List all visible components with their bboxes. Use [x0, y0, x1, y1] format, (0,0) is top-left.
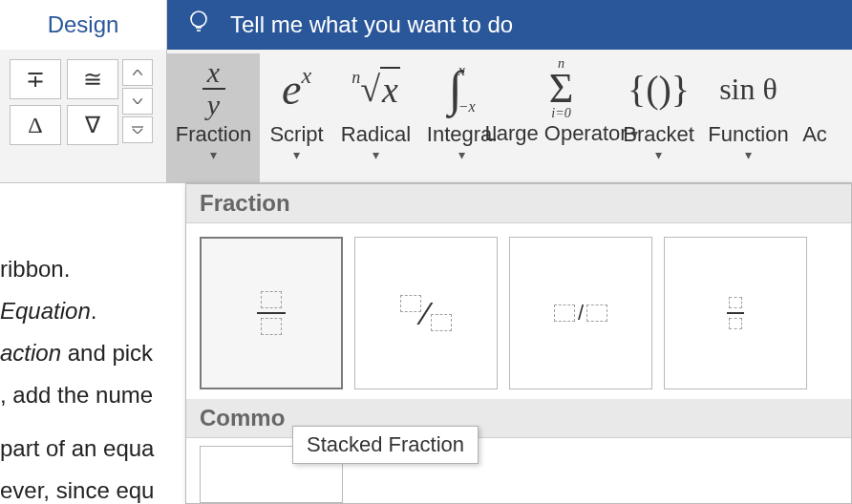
document-body-text: ribbon. Equation. action and pick , add … — [0, 248, 191, 504]
integral-icon: ∫ x −x — [448, 55, 475, 122]
bracket-label: Bracket — [623, 122, 694, 147]
dropdown-caret-icon: ▾ — [210, 147, 217, 162]
lightbulb-icon — [188, 9, 211, 41]
large-operator-button[interactable]: n Σ i=0 Large Operator ▾ — [505, 53, 617, 182]
structures-group: x y Fraction ▾ ex Script ▾ n√x Radical ▾ — [167, 50, 852, 182]
radical-button[interactable]: n√x Radical ▾ — [333, 53, 418, 182]
accent-button-partial[interactable]: Ac — [797, 53, 833, 182]
symbol-minus-plus[interactable]: ∓ — [10, 59, 61, 99]
symbols-group: ∓ ≅ Δ ∇ — [0, 50, 167, 182]
gallery-header-common: Commo — [186, 399, 851, 438]
function-label: Function — [708, 122, 788, 147]
fraction-option-linear[interactable]: / — [509, 237, 652, 389]
ribbon-content: ∓ ≅ Δ ∇ x y — [0, 50, 852, 183]
function-button[interactable]: sin θ Function ▾ — [700, 53, 797, 182]
ribbon-tabbar: Design Tell me what you want to do — [0, 0, 852, 50]
fraction-option-small[interactable] — [664, 237, 807, 389]
dropdown-caret-icon: ▾ — [458, 147, 465, 162]
fraction-option-skewed[interactable]: ∕ — [354, 237, 498, 389]
fraction-button[interactable]: x y Fraction ▾ — [167, 53, 260, 182]
tooltip-stacked-fraction: Stacked Fraction — [292, 426, 479, 464]
script-button[interactable]: ex Script ▾ — [260, 53, 333, 182]
tab-design[interactable]: Design — [0, 0, 167, 50]
accent-label-partial: Ac — [802, 122, 827, 147]
symbol-congruent[interactable]: ≅ — [67, 59, 118, 99]
bracket-icon: {()} — [628, 55, 690, 122]
dropdown-caret-icon: ▾ — [293, 147, 300, 162]
bracket-button[interactable]: {()} Bracket ▾ — [617, 53, 700, 182]
symbol-scroll-up[interactable] — [122, 59, 153, 86]
symbol-gallery-expand[interactable] — [122, 116, 153, 143]
fraction-option-stacked[interactable] — [200, 237, 343, 389]
script-icon: ex — [282, 55, 311, 122]
tell-me-bar[interactable]: Tell me what you want to do — [167, 0, 852, 50]
symbol-delta[interactable]: Δ — [10, 105, 61, 145]
radical-label: Radical — [341, 122, 411, 147]
fraction-icon: x y — [202, 55, 225, 122]
symbol-nabla[interactable]: ∇ — [67, 105, 118, 145]
fraction-label: Fraction — [176, 122, 251, 147]
radical-icon: n√x — [351, 55, 400, 122]
symbol-scroll-down[interactable] — [122, 88, 153, 115]
tell-me-placeholder: Tell me what you want to do — [230, 11, 513, 38]
large-operator-label: Large Operator — [484, 122, 627, 145]
dropdown-caret-icon: ▾ — [655, 147, 662, 162]
svg-point-0 — [191, 11, 206, 27]
function-icon: sin θ — [719, 55, 777, 122]
dropdown-caret-icon: ▾ — [373, 147, 379, 162]
gallery-header-fraction: Fraction — [186, 184, 851, 223]
symbol-spinner — [122, 59, 153, 145]
fraction-gallery: Fraction ∕ / — [185, 183, 852, 504]
fraction-options-row: ∕ / — [186, 223, 851, 397]
large-operator-icon: n Σ i=0 — [549, 55, 574, 122]
integral-button[interactable]: ∫ x −x Integral ▾ — [418, 53, 505, 182]
dropdown-caret-icon: ▾ — [745, 147, 752, 162]
script-label: Script — [269, 122, 323, 147]
